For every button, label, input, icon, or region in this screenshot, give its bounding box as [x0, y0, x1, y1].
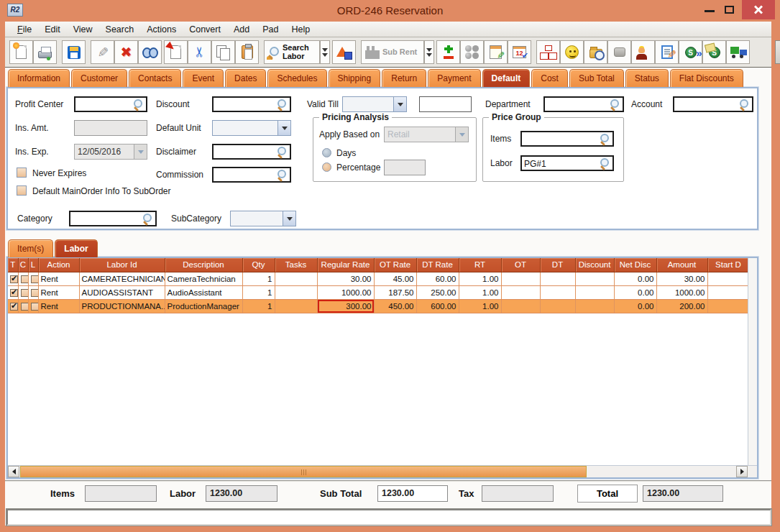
edit-document-button[interactable]	[655, 40, 679, 64]
account-field[interactable]	[673, 96, 753, 112]
search-icon[interactable]	[277, 147, 288, 157]
copy-order-button[interactable]	[164, 40, 188, 64]
t-checkbox[interactable]	[10, 303, 18, 311]
invoice-forward-button[interactable]: S	[679, 40, 702, 64]
tab-status[interactable]: Status	[625, 69, 669, 87]
org-chart-button[interactable]	[536, 40, 560, 64]
valid-till-combo[interactable]	[342, 96, 407, 112]
search-labor-button[interactable]: Search Labor	[264, 40, 320, 64]
department-field[interactable]	[543, 96, 624, 112]
search-icon[interactable]	[277, 99, 288, 110]
col-rt[interactable]: RT	[459, 258, 501, 272]
col-action[interactable]: Action	[38, 258, 79, 272]
col-start-date[interactable]: Start D	[707, 258, 749, 272]
tab-default[interactable]: Default	[482, 69, 531, 87]
menu-edit[interactable]: Edit	[38, 23, 67, 36]
valid-till-extra-field[interactable]	[419, 96, 472, 112]
days-radio[interactable]	[322, 148, 331, 157]
tab-items[interactable]: Item(s)	[8, 239, 53, 257]
chevron-down-icon[interactable]	[277, 121, 290, 135]
percentage-radio[interactable]	[322, 162, 331, 172]
c-checkbox[interactable]	[21, 275, 29, 283]
subcategory-combo[interactable]	[230, 211, 296, 226]
table-row[interactable]: Rent CAMERATECHNICIAN CameraTechnician 1…	[8, 272, 749, 285]
search-icon[interactable]	[600, 134, 611, 145]
scroll-right-button[interactable]	[736, 466, 748, 477]
col-c[interactable]: C	[18, 258, 28, 272]
invoice-notes-button[interactable]: S	[702, 40, 726, 64]
calendar-button[interactable]: 12	[508, 40, 531, 64]
discount-field[interactable]	[212, 96, 291, 112]
tab-schedules[interactable]: Schedules	[267, 69, 326, 87]
menu-view[interactable]: View	[67, 23, 99, 36]
search-icon[interactable]	[600, 158, 611, 169]
scrollbar-thumb[interactable]	[20, 466, 587, 477]
availability-button[interactable]	[460, 40, 484, 64]
delete-button[interactable]: ✖	[114, 40, 138, 64]
price-group-items-field[interactable]	[520, 131, 614, 147]
l-checkbox[interactable]	[31, 275, 39, 283]
col-ot[interactable]: OT	[501, 258, 540, 272]
tab-customer[interactable]: Customer	[71, 69, 127, 87]
new-order-button[interactable]	[9, 40, 33, 64]
print-button[interactable]	[33, 40, 57, 64]
table-row-selected[interactable]: Rent PRODUCTIONMANA... ProductionManager…	[8, 299, 749, 313]
col-dt-rate[interactable]: DT Rate	[416, 258, 459, 272]
search-icon[interactable]	[277, 170, 288, 180]
copy-button[interactable]	[211, 40, 235, 64]
tab-event[interactable]: Event	[183, 69, 224, 87]
sub-rent-button[interactable]: Sub Rent	[361, 40, 424, 64]
col-qty[interactable]: Qty	[242, 258, 275, 272]
add-remove-button[interactable]	[436, 40, 460, 64]
ins-exp-date-combo[interactable]: 12/05/2016	[74, 144, 147, 160]
col-l[interactable]: L	[28, 258, 38, 272]
chevron-down-icon[interactable]	[393, 97, 406, 111]
col-t[interactable]: T	[8, 258, 18, 272]
table-row[interactable]: Rent AUDIOASSISTANT AudioAssistant 1 100…	[8, 285, 749, 299]
grid-vertical-scrollbar[interactable]	[748, 258, 757, 465]
edit-button[interactable]: ✎	[91, 40, 114, 64]
chevron-down-icon[interactable]	[283, 211, 295, 226]
menu-pad[interactable]: Pad	[256, 23, 285, 36]
shipping-button[interactable]	[726, 40, 750, 64]
tab-labor[interactable]: Labor	[55, 239, 97, 257]
search-icon[interactable]	[610, 99, 621, 110]
notes-button[interactable]	[484, 40, 508, 64]
col-amount[interactable]: Amount	[656, 258, 707, 272]
category-field[interactable]	[69, 211, 157, 226]
tab-return[interactable]: Return	[382, 69, 426, 87]
scroll-left-button[interactable]	[8, 466, 19, 477]
menu-help[interactable]: Help	[285, 23, 316, 36]
t-checkbox[interactable]	[10, 289, 18, 297]
col-ot-rate[interactable]: OT Rate	[374, 258, 416, 272]
sub-rent-dropdown[interactable]	[424, 40, 434, 64]
tab-shipping[interactable]: Shipping	[329, 69, 381, 87]
search-icon[interactable]	[740, 99, 751, 110]
maximize-button[interactable]	[725, 6, 734, 14]
tab-contacts[interactable]: Contacts	[129, 69, 181, 87]
customer-service-button[interactable]	[560, 40, 584, 64]
tab-cost[interactable]: Cost	[531, 69, 568, 87]
c-checkbox[interactable]	[21, 289, 29, 297]
col-labor-id[interactable]: Labor Id	[79, 258, 165, 272]
col-regular-rate[interactable]: Regular Rate	[317, 258, 374, 272]
default-unit-combo[interactable]	[212, 120, 291, 136]
menu-actions[interactable]: Actions	[140, 23, 183, 36]
col-tasks[interactable]: Tasks	[275, 258, 317, 272]
search-labor-dropdown[interactable]	[320, 40, 330, 64]
t-checkbox[interactable]	[10, 275, 18, 283]
price-group-labor-field[interactable]: PG#1	[520, 155, 614, 171]
cut-button[interactable]: ✂	[188, 40, 211, 64]
l-checkbox[interactable]	[31, 289, 39, 297]
col-net-disc[interactable]: Net Disc	[614, 258, 656, 272]
search-icon[interactable]	[134, 99, 144, 110]
grid-horizontal-scrollbar[interactable]	[8, 465, 757, 477]
default-mainorder-checkbox[interactable]	[17, 185, 27, 196]
tab-payment[interactable]: Payment	[428, 69, 480, 87]
paste-button[interactable]	[235, 40, 259, 64]
tab-dates[interactable]: Dates	[225, 69, 266, 87]
menu-file[interactable]: File	[11, 23, 38, 36]
close-button[interactable]	[742, 0, 775, 19]
tab-sub-total[interactable]: Sub Total	[569, 69, 624, 87]
commission-field[interactable]	[212, 167, 291, 183]
